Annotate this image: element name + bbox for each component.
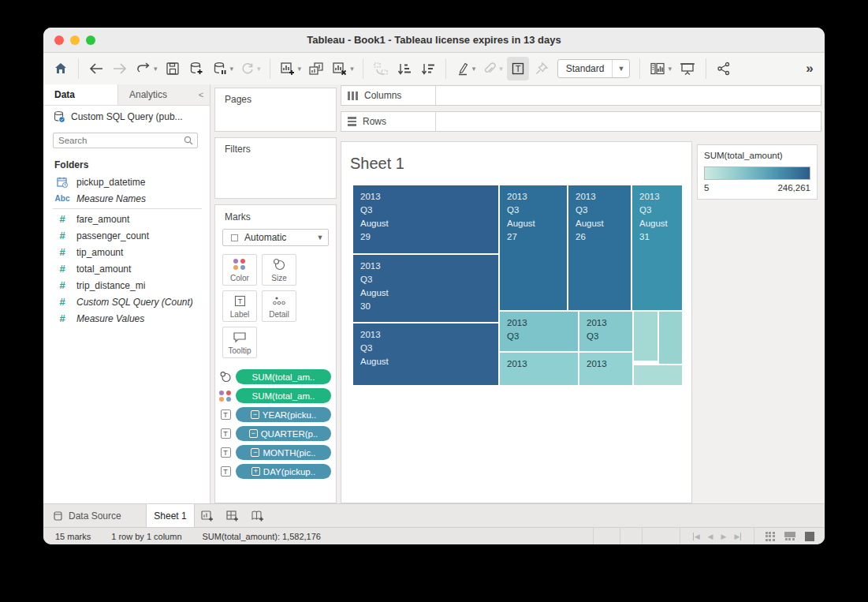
field-custom-sql-count[interactable]: # Custom SQL Query (Count) — [43, 294, 210, 310]
pill-month-pickup[interactable]: −MONTH(pic.. — [236, 445, 331, 460]
home-icon — [53, 61, 69, 77]
show-mark-labels-button[interactable]: T — [507, 57, 529, 80]
filmstrip-view-icon[interactable] — [784, 532, 795, 541]
treemap-tile[interactable] — [634, 365, 682, 385]
marks-card: Marks Automatic ▼ Color Size — [214, 204, 337, 503]
treemap-tile[interactable]: 2013 — [500, 353, 578, 385]
treemap-tile[interactable]: 2013Q3August26 — [568, 185, 631, 310]
search-box[interactable] — [53, 133, 198, 148]
last-page-icon[interactable]: ▶ — [734, 533, 741, 540]
duplicate-sheet-button[interactable] — [305, 57, 327, 80]
next-page-icon[interactable]: ▶ — [721, 533, 727, 540]
fit-dropdown[interactable]: Standard ▼ — [557, 59, 631, 78]
new-worksheet-button[interactable]: ▾ — [277, 57, 304, 80]
field-label: Measure Names — [76, 193, 146, 204]
undo-button[interactable] — [85, 57, 107, 80]
treemap-tile[interactable]: 2013 — [579, 353, 632, 385]
pause-updates-button[interactable]: ▾ — [209, 57, 237, 80]
treemap-tile[interactable]: 2013Q3August31 — [632, 185, 682, 310]
highlight-button[interactable]: ▾ — [453, 57, 479, 80]
field-total-amount[interactable]: # total_amount — [43, 260, 210, 277]
pill-quarter-pickup[interactable]: −QUARTER(p.. — [236, 426, 331, 441]
pill-sum-total-amount-size[interactable]: SUM(total_am.. — [236, 369, 331, 384]
show-cards-icon[interactable] — [766, 532, 775, 541]
collapse-pane-button[interactable]: < — [192, 84, 210, 105]
pill-sum-total-amount-color[interactable]: SUM(total_am.. — [236, 388, 331, 403]
pages-shelf[interactable]: Pages — [214, 88, 337, 132]
field-passenger-count[interactable]: # passenger_count — [43, 227, 210, 244]
treemap-tile[interactable]: 2013Q3August — [353, 323, 498, 385]
color-icon — [219, 391, 232, 402]
new-story-tab-button[interactable] — [245, 504, 270, 527]
expand-hierarchy-icon[interactable]: + — [251, 467, 260, 476]
data-source-item[interactable]: Custom SQL Query (pub... — [43, 106, 210, 128]
filters-shelf[interactable]: Filters — [214, 137, 337, 199]
tab-analytics[interactable]: Analytics — [118, 84, 192, 105]
rows-shelf[interactable]: Rows — [341, 111, 821, 132]
share-button[interactable] — [713, 57, 735, 80]
show-me-icon — [649, 61, 666, 77]
pill-day-pickup[interactable]: +DAY(pickup.. — [236, 464, 331, 479]
new-data-source-button[interactable] — [185, 57, 207, 80]
field-tip-amount[interactable]: # tip_amount — [43, 244, 210, 260]
swap-axes-button[interactable] — [370, 57, 392, 80]
collapse-hierarchy-icon[interactable]: − — [249, 429, 258, 438]
redo-button[interactable] — [109, 57, 131, 80]
home-button[interactable] — [50, 57, 72, 80]
sheet-title: Sheet 1 — [350, 155, 404, 173]
color-button[interactable]: Color — [222, 254, 257, 286]
number-icon: # — [54, 263, 70, 275]
sort-descending-button[interactable] — [417, 57, 439, 80]
view-mode-switcher — [754, 528, 825, 544]
refresh-button[interactable]: ▾ — [237, 57, 263, 80]
new-dashboard-tab-button[interactable] — [220, 504, 245, 527]
status-aggregate: SUM(total_amount): 1,582,176 — [203, 532, 321, 541]
tab-data-source[interactable]: Data Source — [43, 504, 146, 527]
chevron-down-icon: ▾ — [472, 65, 476, 73]
color-legend[interactable]: SUM(total_amount) 5 246,261 — [697, 144, 818, 200]
new-worksheet-tab-button[interactable] — [195, 504, 220, 527]
data-source-tab-label: Data Source — [69, 510, 121, 522]
tooltip-button[interactable]: Tooltip — [222, 327, 257, 358]
treemap-tile[interactable] — [634, 312, 658, 361]
highlight-icon — [455, 61, 471, 77]
previous-page-icon[interactable]: ◀ — [708, 533, 713, 540]
sort-ascending-icon — [396, 61, 413, 77]
label-button[interactable]: T Label — [222, 290, 257, 322]
size-button[interactable]: Size — [262, 254, 296, 286]
new-worksheet-icon — [279, 61, 296, 77]
toolbar-overflow-button[interactable]: » — [796, 57, 818, 80]
presentation-mode-button[interactable] — [676, 57, 699, 80]
treemap-tile[interactable]: 2013Q3August29 — [353, 185, 498, 253]
format-button[interactable]: ▾ — [479, 57, 505, 80]
tab-sheet-1[interactable]: Sheet 1 — [146, 504, 195, 527]
treemap-tile[interactable]: 2013Q3 — [500, 312, 578, 351]
search-input[interactable] — [54, 136, 183, 145]
treemap-tile[interactable]: 2013Q3 — [579, 312, 632, 351]
tooltip-icon — [233, 331, 247, 343]
page-navigation: ◀ ◀ ▶ ▶ — [680, 528, 754, 544]
save-button[interactable] — [162, 57, 184, 80]
sort-ascending-button[interactable] — [393, 57, 415, 80]
field-measure-values[interactable]: # Measure Values — [43, 310, 210, 327]
fix-axes-button[interactable] — [531, 57, 553, 80]
show-me-button[interactable]: ▾ — [646, 57, 674, 80]
detail-button[interactable]: Detail — [262, 290, 296, 322]
mark-type-dropdown[interactable]: Automatic ▼ — [222, 229, 329, 246]
field-measure-names[interactable]: Abc Measure Names — [43, 190, 210, 207]
replay-button[interactable]: ▾ — [132, 57, 160, 80]
first-page-icon[interactable]: ◀ — [693, 533, 700, 540]
field-pickup-datetime[interactable]: pickup_datetime — [43, 174, 210, 190]
treemap-tile[interactable] — [659, 312, 682, 364]
sheet-view-icon[interactable] — [805, 532, 814, 541]
clear-sheet-button[interactable]: ▾ — [329, 57, 356, 80]
pill-year-pickup[interactable]: −YEAR(picku.. — [236, 407, 331, 422]
treemap-tile[interactable]: 2013Q3August30 — [353, 255, 498, 322]
treemap-tile[interactable]: 2013Q3August27 — [500, 185, 567, 310]
tab-data[interactable]: Data — [43, 84, 118, 105]
collapse-hierarchy-icon[interactable]: − — [251, 448, 259, 457]
collapse-hierarchy-icon[interactable]: − — [251, 410, 259, 419]
field-fare-amount[interactable]: # fare_amount — [43, 211, 210, 227]
columns-shelf[interactable]: Columns — [341, 85, 821, 106]
field-trip-distance[interactable]: # trip_distance_mi — [43, 277, 210, 294]
